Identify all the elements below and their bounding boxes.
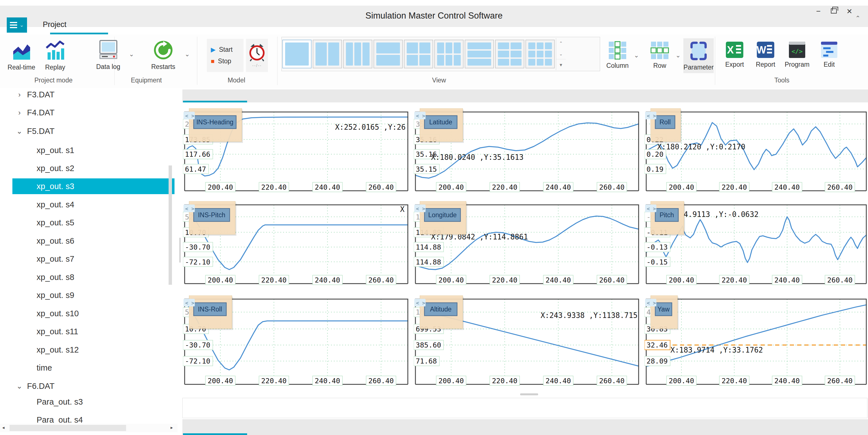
- replay-button[interactable]: Replay: [39, 40, 71, 71]
- chart-panel-ins-heading[interactable]: 200.40220.40240.40260.4023173.85117.6661…: [183, 108, 409, 197]
- row-dropdown-chevron[interactable]: ⌄: [676, 52, 681, 59]
- pan-zoom-badge-icon[interactable]: < >: [414, 299, 426, 306]
- tree-item-f5-dat[interactable]: ⌄F5.DAT: [0, 123, 169, 139]
- tree-item-xp-out-s10[interactable]: xp_out. s10: [0, 306, 169, 321]
- chevron-expanded-icon[interactable]: ⌄: [14, 127, 24, 135]
- tree-item-f3-dat[interactable]: ›F3.DAT: [0, 87, 169, 102]
- view-tabstrip[interactable]: [182, 90, 868, 102]
- datalog-button[interactable]: Data log: [91, 39, 126, 71]
- tree-item-xp-out-s9[interactable]: xp_out. s9: [0, 287, 169, 303]
- scroll-right-icon[interactable]: ▸: [170, 425, 173, 430]
- stop-button[interactable]: ■ Stop: [211, 57, 244, 65]
- tree-item-xp-out-s5[interactable]: xp_out. s5: [0, 215, 169, 230]
- tree-item-xp-out-s11[interactable]: xp_out. s11: [0, 323, 169, 339]
- export-button[interactable]: X Export: [721, 40, 748, 68]
- layout-pane: [528, 51, 535, 57]
- tree-item-xp-out-s2[interactable]: xp_out. s2: [0, 160, 169, 176]
- layout-thumbnail-2x1[interactable]: [313, 40, 342, 68]
- timer-button[interactable]: --/--: [246, 39, 268, 72]
- layout-thumbnail-2x3[interactable]: [495, 40, 524, 68]
- tree-item-time[interactable]: time: [0, 360, 169, 376]
- program-button[interactable]: </> Program: [783, 40, 811, 68]
- datalog-dropdown-chevron[interactable]: ⌄: [129, 51, 134, 58]
- scrollbar-thumb[interactable]: [168, 165, 172, 285]
- pan-zoom-badge-icon[interactable]: < >: [414, 205, 426, 212]
- chart-panel-altitude[interactable]: 200.40220.40240.40260.4010699.53385.6071…: [414, 296, 640, 391]
- svg-text:200.40: 200.40: [438, 377, 464, 385]
- sidebar-horizontal-scrollbar[interactable]: ◂ ▸: [0, 424, 178, 432]
- sidebar-vertical-scrollbar[interactable]: [168, 88, 172, 423]
- chart-panel-latitude[interactable]: 200.40220.40240.40260.403535.1635.1635.1…: [414, 108, 640, 197]
- tree-item-xp-out-s6[interactable]: xp_out. s6: [0, 233, 169, 249]
- layout-thumbnail-3x2[interactable]: [434, 40, 464, 68]
- legend-box[interactable]: INS-Roll: [189, 296, 232, 329]
- pan-zoom-badge-icon[interactable]: < >: [645, 112, 656, 119]
- tree-item-xp-out-s1[interactable]: xp_out. s1: [0, 143, 169, 158]
- tree-item-f4-dat[interactable]: ›F4.DAT: [0, 105, 169, 120]
- layout-thumbnail-1x1[interactable]: [282, 40, 312, 68]
- pan-zoom-badge-icon[interactable]: < >: [184, 299, 195, 306]
- row-button[interactable]: Row: [647, 40, 673, 69]
- scroll-left-icon[interactable]: ◂: [2, 425, 4, 430]
- column-button[interactable]: Column: [604, 40, 630, 69]
- pan-zoom-badge-icon[interactable]: < >: [645, 299, 656, 306]
- chart-panel-longitude[interactable]: 200.40220.40240.40260.4011114.89114.8811…: [414, 201, 640, 290]
- chart-panel-ins-roll[interactable]: 200.40220.40240.40260.405210.70-30.70-72…: [183, 296, 409, 391]
- collapse-ribbon-button[interactable]: ⌃: [853, 14, 863, 22]
- chart-panel-roll[interactable]: 200.40220.40240.40260.400.220.200.19X:18…: [645, 108, 868, 197]
- legend-box[interactable]: INS-Pitch: [189, 201, 235, 235]
- minimize-button[interactable]: −: [812, 6, 825, 17]
- pan-zoom-badge-icon[interactable]: < >: [184, 112, 195, 119]
- svg-text:-30.70: -30.70: [185, 243, 210, 251]
- chevron-expanded-icon[interactable]: ⌄: [14, 382, 24, 391]
- legend-box[interactable]: INS-Heading: [189, 108, 242, 142]
- layout-thumbnail-1x2[interactable]: [373, 40, 403, 68]
- tree-item-xp-out-s8[interactable]: xp_out. s8: [0, 269, 169, 285]
- area-chart-icon: [10, 40, 32, 62]
- restarts-button[interactable]: Restarts: [145, 39, 182, 71]
- tree-item-xp-out-s4[interactable]: xp_out. s4: [0, 197, 169, 212]
- gallery-more-button[interactable]: ▼: [556, 59, 566, 70]
- chart-panel-ins-pitch[interactable]: 200.40220.40240.40260.405210.70-30.70-72…: [183, 201, 409, 290]
- restarts-dropdown-chevron[interactable]: ⌄: [185, 51, 190, 58]
- pane-resize-grip[interactable]: [520, 393, 538, 395]
- pan-zoom-badge-icon[interactable]: < >: [184, 205, 195, 212]
- start-button[interactable]: ▶ Start: [211, 46, 244, 54]
- legend-box[interactable]: Longitude: [420, 201, 466, 235]
- chart-panel-pitch[interactable]: 200.40220.40240.40260.40-0-0.11-0.13-0.1…: [645, 201, 868, 290]
- gallery-scroll-down[interactable]: ⌄: [556, 49, 566, 59]
- app-menu-button[interactable]: ⌄: [7, 18, 27, 33]
- scrollbar-thumb[interactable]: [9, 425, 126, 431]
- tree-item-xp-out-s3[interactable]: xp_out. s3: [12, 178, 175, 194]
- parameter-button[interactable]: Parameter: [683, 38, 714, 73]
- tree-item-para-out-s3[interactable]: Para_out. s3: [0, 394, 169, 410]
- layout-thumbnail-2x2[interactable]: [404, 40, 433, 68]
- layout-pane: [376, 42, 400, 54]
- column-dropdown-chevron[interactable]: ⌄: [634, 52, 639, 59]
- edit-button[interactable]: Edit: [816, 40, 842, 68]
- bottom-tabstrip[interactable]: [182, 419, 868, 435]
- tree-item-f6-dat[interactable]: ⌄F6.DAT: [0, 378, 169, 394]
- layout-thumbnail-3x1[interactable]: [343, 40, 372, 68]
- chart-panel-yaw[interactable]: 200.40220.40240.40260.404136.8332.4628.0…: [645, 296, 868, 391]
- splitter-handle[interactable]: [180, 238, 180, 262]
- legend-box[interactable]: Latitude: [420, 108, 463, 142]
- layout-thumbnail-3x3[interactable]: [525, 40, 555, 68]
- chevron-collapsed-icon[interactable]: ›: [14, 90, 24, 99]
- report-button[interactable]: W Report: [752, 40, 779, 68]
- tree-item-xp-out-s7[interactable]: xp_out. s7: [0, 251, 169, 267]
- pan-zoom-badge-icon[interactable]: < >: [414, 112, 426, 119]
- chevron-collapsed-icon[interactable]: ›: [14, 108, 24, 117]
- svg-text:240.40: 240.40: [774, 377, 800, 385]
- tab-project[interactable]: Project: [43, 20, 66, 29]
- restore-button[interactable]: [828, 7, 840, 17]
- tree-item-xp-out-s12[interactable]: xp_out. s12: [0, 342, 169, 358]
- legend-box[interactable]: Altitude: [420, 296, 463, 329]
- chart-svg: 200.40220.40240.40260.40-0-0.11-0.13-0.1…: [645, 201, 868, 290]
- gallery-scroll-up[interactable]: ⌃: [556, 38, 566, 49]
- layout-thumbnail-1x3[interactable]: [465, 40, 494, 68]
- svg-text:-0.13: -0.13: [647, 243, 668, 251]
- pan-zoom-badge-icon[interactable]: < >: [645, 205, 656, 212]
- sidebar-splitter[interactable]: [178, 88, 182, 435]
- realtime-button[interactable]: Real-time: [6, 40, 37, 71]
